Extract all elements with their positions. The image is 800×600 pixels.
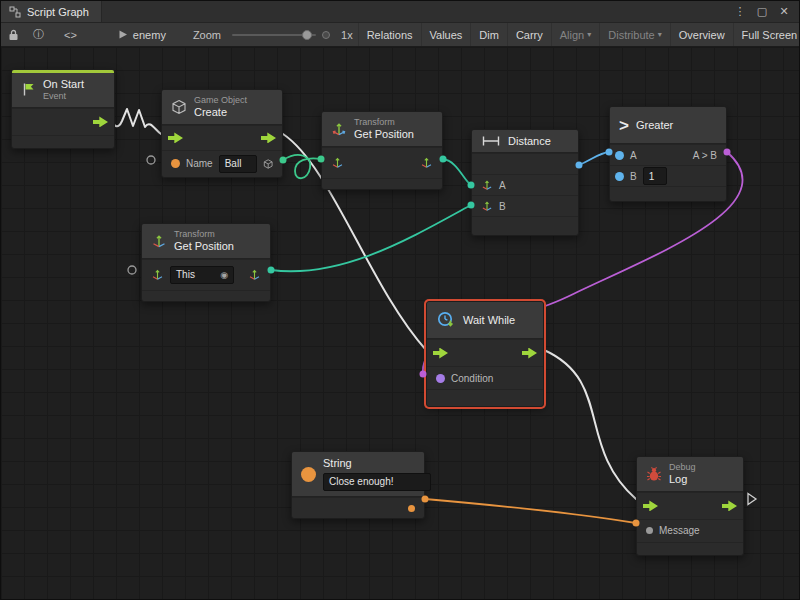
object-picker-icon[interactable]: ◉ (220, 270, 228, 280)
node-greater[interactable]: > Greater A A > B B 1 (609, 106, 727, 202)
graph-toolbar: ⓘ <> enemy Zoom 1x Relations Values Dim … (1, 23, 799, 47)
node-title: Wait While (463, 314, 515, 326)
node-title: Get Position (174, 240, 234, 253)
message-row: Message (637, 519, 743, 542)
transform-icon (151, 233, 167, 249)
node-title: Greater (636, 119, 673, 131)
lock-icon[interactable] (1, 23, 26, 46)
node-header: Game Object Create (162, 90, 282, 125)
flag-icon (21, 82, 36, 97)
control-output-port[interactable] (722, 500, 737, 511)
node-get-position-self[interactable]: Transform Get Position This ◉ (141, 223, 271, 302)
number-input-port[interactable] (615, 172, 624, 181)
menu-icon[interactable]: ⋮ (731, 3, 749, 21)
message-input-port[interactable] (646, 527, 653, 534)
b-value-field[interactable]: 1 (643, 167, 667, 185)
node-string[interactable]: String Close enough! (291, 451, 425, 519)
port-row (162, 125, 282, 150)
zoom-slider-handle[interactable] (302, 30, 312, 40)
control-output-port[interactable] (93, 116, 108, 127)
output-label: A > B (693, 150, 717, 161)
window-title: Script Graph (27, 6, 89, 18)
info-icon[interactable]: ⓘ (26, 23, 51, 46)
toolbar-buttons: Relations Values Dim Carry Align▾ Distri… (358, 23, 800, 46)
node-header: On Start Event (12, 73, 114, 108)
node-title: On Start (43, 78, 84, 91)
input-b-label: B (499, 201, 506, 212)
port-row (637, 492, 743, 519)
node-header: Debug Log (637, 457, 743, 492)
distribute-button[interactable]: Distribute▾ (599, 23, 669, 46)
zoom-reset-icon[interactable] (322, 31, 330, 39)
control-output-port[interactable] (522, 348, 537, 359)
target-field[interactable]: This ◉ (170, 266, 234, 284)
control-input-port[interactable] (643, 500, 658, 511)
transform-input-port[interactable] (331, 156, 344, 169)
code-icon[interactable]: <> (57, 23, 84, 46)
full-screen-button[interactable]: Full Screen (733, 23, 800, 46)
name-field[interactable]: Ball (219, 155, 257, 173)
vector3-input-port[interactable] (481, 200, 493, 212)
node-title: Get Position (354, 128, 414, 141)
node-header: Wait While (427, 302, 543, 339)
cube-icon (171, 99, 187, 115)
string-output-port[interactable] (408, 505, 415, 512)
node-footer (427, 389, 543, 406)
node-on-start-event[interactable]: On Start Event (11, 69, 115, 149)
boolean-input-port[interactable] (436, 374, 445, 383)
control-output-port[interactable] (261, 132, 276, 143)
node-game-object-create[interactable]: Game Object Create Name Ball (161, 89, 283, 178)
close-icon[interactable]: ✕ (775, 3, 793, 21)
zoom-label: Zoom (188, 29, 226, 41)
node-category: Game Object (194, 95, 247, 106)
control-input-port[interactable] (168, 132, 183, 143)
node-title: Create (194, 106, 247, 119)
maximize-icon[interactable]: ▢ (753, 3, 771, 21)
node-wait-while[interactable]: Wait While Condition (426, 301, 544, 407)
chevron-down-icon: ▾ (658, 30, 662, 39)
tab-script-graph[interactable]: Script Graph (1, 1, 102, 22)
node-footer (637, 542, 743, 555)
port-row (427, 339, 543, 366)
node-header: Transform Get Position (322, 112, 442, 147)
output-row (292, 497, 424, 518)
input-b-label: B (630, 171, 637, 182)
align-button[interactable]: Align▾ (551, 23, 599, 46)
port-row (322, 147, 442, 178)
relations-button[interactable]: Relations (358, 23, 421, 46)
chevron-down-icon: ▾ (587, 30, 591, 39)
zoom-slider[interactable] (232, 29, 316, 41)
node-subtitle: Event (43, 91, 84, 102)
node-header: Distance (472, 130, 578, 153)
vector3-input-port[interactable] (481, 179, 493, 191)
transform-input-port[interactable] (151, 268, 164, 281)
game-object-output-port[interactable] (263, 158, 273, 170)
output-row (472, 153, 578, 174)
node-category: Transform (354, 117, 414, 128)
input-a-label: A (499, 180, 506, 191)
node-footer (610, 186, 726, 201)
control-input-port[interactable] (433, 348, 448, 359)
script-graph-window: Script Graph ⋮ ▢ ✕ ⓘ <> enemy Zoom 1x (0, 0, 800, 600)
transform-icon (331, 121, 347, 137)
values-button[interactable]: Values (421, 23, 471, 46)
port-row (12, 108, 114, 135)
vector3-output-port[interactable] (248, 268, 261, 281)
node-distance[interactable]: Distance A B (471, 129, 579, 236)
wait-clock-icon (436, 310, 456, 330)
node-get-position-enemy[interactable]: Transform Get Position (321, 111, 443, 190)
node-header: > Greater (610, 107, 726, 144)
string-input-port[interactable] (171, 159, 180, 168)
vector3-output-port[interactable] (420, 156, 433, 169)
carry-button[interactable]: Carry (507, 23, 551, 46)
message-label: Message (659, 525, 700, 536)
input-a-label: A (630, 150, 637, 161)
node-debug-log[interactable]: Debug Log Message (636, 456, 744, 556)
overview-button[interactable]: Overview (670, 23, 733, 46)
dim-button[interactable]: Dim (470, 23, 507, 46)
greater-icon: > (619, 117, 629, 134)
string-value-field[interactable]: Close enough! (323, 473, 431, 491)
condition-label: Condition (451, 373, 493, 384)
node-category: Debug (669, 462, 696, 473)
number-input-port[interactable] (615, 151, 624, 160)
